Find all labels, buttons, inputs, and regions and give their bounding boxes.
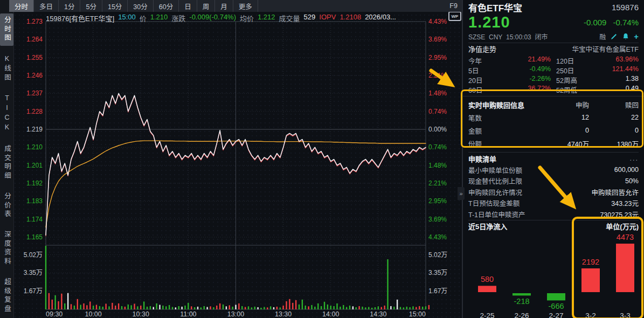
svg-text:1.273: 1.273	[26, 18, 43, 25]
svg-text:10:30: 10:30	[133, 310, 149, 318]
svg-text:580: 580	[481, 275, 494, 284]
inflow-unit-label: 单位(万元)	[606, 221, 639, 231]
svg-text:1.192: 1.192	[26, 179, 43, 187]
rt-subscribe-value: 12	[539, 114, 589, 121]
svg-text:1.174: 1.174	[26, 216, 43, 223]
tab-周[interactable]: 周	[197, 0, 216, 12]
chart-info-bar: 159876[有色ETF华宝] 15:00 价 1.210 涨跌 -0.009(…	[46, 13, 396, 22]
period-tabs: 分时多日1分5分15分30分60分日周月更多	[9, 0, 258, 12]
info-time: 15:00	[118, 13, 136, 22]
sidebar-item-成交明细[interactable]: 成交明细	[0, 142, 13, 183]
info-price-label: 价	[140, 13, 147, 22]
detail-label: 申购赎回允许情况	[468, 187, 522, 197]
panel-collapse-handle[interactable]: »	[458, 187, 465, 200]
info-code-name: 159876[有色ETF华宝]	[46, 13, 114, 22]
rt-redeem-value: 0	[589, 127, 639, 134]
detail-label: 最小申赎单位份额	[468, 165, 522, 175]
detail-row: T日预估现金差额343.23元	[468, 198, 639, 209]
tab-月[interactable]: 月	[215, 0, 233, 12]
svg-text:1.264: 1.264	[26, 36, 43, 43]
tab-多日[interactable]: 多日	[34, 0, 59, 12]
svg-text:1.219: 1.219	[26, 126, 43, 133]
svg-text:2-26: 2-26	[514, 312, 529, 318]
svg-text:5.02万: 5.02万	[24, 251, 43, 259]
tab-更多[interactable]: 更多	[233, 0, 258, 12]
rt-section-title: 实时申购赎回信息	[468, 100, 539, 110]
svg-text:-666: -666	[548, 302, 564, 310]
svg-text:2.21%: 2.21%	[428, 72, 447, 79]
rt-col-subscribe: 申购	[539, 100, 589, 110]
tab-5分[interactable]: 5分	[80, 0, 102, 12]
stat-label: 250日	[556, 65, 574, 75]
left-sidebar: 分时图K线图TICK成交明细分价表深度资料超级复盘	[0, 12, 14, 318]
tab-30分[interactable]: 30分	[128, 0, 153, 12]
detail-value: 50%	[625, 177, 639, 185]
svg-text:1.67万: 1.67万	[428, 287, 447, 295]
alert-bell-icon[interactable]	[622, 33, 629, 40]
sidebar-item-深度资料[interactable]: 深度资料	[0, 228, 13, 269]
stat-value: 36.72%	[528, 85, 551, 95]
sidebar-item-K线图[interactable]: K线图	[0, 52, 13, 85]
nav-label: 净值走势	[468, 44, 496, 54]
detail-label: 现金替代比例上限	[468, 176, 522, 186]
info-iopv-label: IOPV	[319, 13, 336, 22]
tab-60分[interactable]: 60分	[154, 0, 179, 12]
detail-value: 600,000	[614, 166, 639, 174]
stat-label: 120日	[556, 56, 574, 66]
nav-value-row[interactable]: 净值走势 华宝中证有色金属ETF	[468, 43, 639, 54]
tab-日[interactable]: 日	[179, 0, 197, 12]
svg-text:2.95%: 2.95%	[428, 197, 447, 205]
detail-value: 343.23元	[611, 198, 639, 208]
net-inflow-bar-chart[interactable]: 5802-25-2182-26-6662-2721923-244733-3	[463, 232, 644, 318]
margin-tag: 融	[599, 32, 606, 41]
svg-text:3-2: 3-2	[585, 312, 596, 318]
stats-row: 5日-0.49%250日121.44%	[468, 65, 639, 75]
sidebar-item-分时图[interactable]: 分时图	[0, 13, 13, 46]
info-volume-value: 529	[304, 13, 316, 22]
sidebar-item-分价表[interactable]: 分价表	[0, 190, 13, 222]
svg-text:5.02万: 5.02万	[428, 251, 447, 259]
svg-text:11:00: 11:00	[180, 310, 196, 318]
svg-text:1.255: 1.255	[26, 54, 43, 61]
detail-value: 申购赎回皆允许	[591, 187, 639, 197]
svg-text:1.228: 1.228	[26, 108, 43, 115]
stat-value: 21.49%	[528, 56, 551, 66]
detail-row: 最小申赎单位份额600,000	[468, 164, 639, 176]
info-price-value: 1.210	[150, 13, 168, 22]
rt-row: 金额00	[468, 124, 639, 137]
stat-label: 52周高	[556, 75, 577, 85]
tab-分时[interactable]: 分时	[9, 0, 34, 12]
svg-text:15:00: 15:00	[409, 310, 426, 318]
stat-label: 52周低	[556, 85, 577, 95]
svg-text:2192: 2192	[582, 257, 599, 266]
svg-text:14:30: 14:30	[370, 310, 386, 318]
wp-monitor-icon[interactable]: WP	[448, 11, 461, 21]
detail-value: 730275.23元	[600, 209, 639, 219]
tool-F9[interactable]: F9	[444, 0, 463, 12]
stat-value: 121.44%	[612, 65, 639, 75]
stat-value: 0.49	[626, 85, 639, 95]
more-ellipsis[interactable]: ...	[630, 155, 639, 162]
sidebar-item-TICK[interactable]: TICK	[0, 92, 13, 136]
svg-text:3.35万: 3.35万	[24, 269, 43, 276]
price-change-pct: -0.74%	[613, 18, 639, 27]
add-plus-icon[interactable]: +	[634, 32, 639, 41]
svg-text:3.69%: 3.69%	[428, 216, 447, 223]
svg-text:13:30: 13:30	[275, 310, 292, 318]
stat-value: -0.49%	[529, 65, 551, 75]
rt-row: 笔数1222	[468, 111, 639, 124]
svg-text:0.74%: 0.74%	[428, 108, 447, 115]
svg-text:3.69%: 3.69%	[428, 36, 447, 43]
svg-text:13:00: 13:00	[227, 310, 244, 318]
svg-text:4.43%: 4.43%	[428, 18, 447, 25]
sidebar-item-超级复盘[interactable]: 超级复盘	[0, 275, 13, 316]
edit-pencil-icon[interactable]	[611, 33, 618, 40]
tab-1分[interactable]: 1分	[59, 0, 80, 12]
toolbar-corner	[0, 0, 9, 12]
tab-15分[interactable]: 15分	[102, 0, 128, 12]
stat-label: 今年	[468, 56, 482, 66]
rt-row: 份额4740万1380万	[468, 137, 639, 150]
rt-subscribe-value: 4740万	[539, 139, 589, 149]
info-iopv-value: 1.2108	[340, 13, 361, 22]
svg-text:09:30: 09:30	[46, 310, 63, 318]
